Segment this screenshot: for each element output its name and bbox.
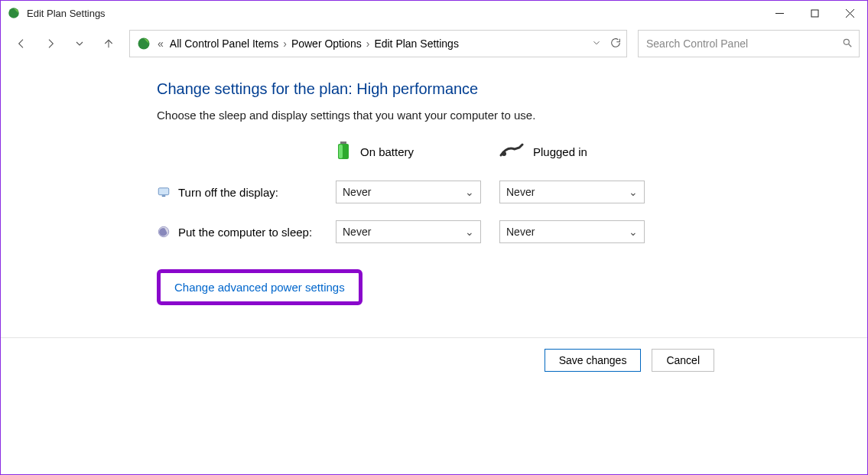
select-value: Never: [343, 186, 371, 198]
address-dropdown-button[interactable]: [591, 37, 602, 50]
app-icon: [7, 6, 21, 20]
svg-point-7: [844, 39, 849, 44]
search-box[interactable]: [638, 30, 860, 57]
cancel-button[interactable]: Cancel: [652, 349, 714, 372]
page-heading: Change settings for the plan: High perfo…: [157, 80, 867, 98]
svg-rect-13: [158, 188, 169, 195]
plug-icon: [499, 143, 524, 161]
svg-rect-14: [162, 196, 166, 197]
address-bar[interactable]: « All Control Panel Items › Power Option…: [129, 30, 627, 57]
sleep-battery-select[interactable]: Never ⌄: [336, 220, 481, 243]
button-label: Save changes: [559, 354, 627, 366]
highlighted-region: Change advanced power settings: [157, 269, 362, 305]
content-area: Change settings for the plan: High perfo…: [1, 62, 867, 337]
page-subtext: Choose the sleep and display settings th…: [157, 109, 867, 122]
advanced-settings-link[interactable]: Change advanced power settings: [174, 281, 345, 294]
save-button[interactable]: Save changes: [545, 349, 642, 372]
breadcrumb-item[interactable]: Power Options: [291, 37, 362, 50]
row-text: Turn off the display:: [178, 186, 278, 199]
svg-point-12: [502, 151, 506, 156]
button-label: Cancel: [666, 354, 700, 366]
minimize-button[interactable]: [762, 1, 797, 25]
battery-icon: [336, 140, 351, 164]
display-plugged-select[interactable]: Never ⌄: [499, 181, 645, 203]
select-value: Never: [343, 226, 371, 238]
settings-grid: On battery Plugged in Turn off the displ…: [157, 140, 867, 243]
nav-toolbar: « All Control Panel Items › Power Option…: [1, 25, 867, 62]
window-controls: [762, 1, 867, 25]
column-label: On battery: [360, 145, 414, 158]
chevron-down-icon: ⌄: [629, 186, 638, 198]
svg-point-6: [138, 38, 150, 50]
svg-rect-11: [339, 145, 343, 158]
column-label: Plugged in: [533, 145, 587, 158]
sleep-icon: [157, 225, 171, 239]
svg-line-8: [849, 44, 852, 47]
column-header-battery: On battery: [336, 140, 489, 164]
refresh-button[interactable]: [610, 37, 622, 51]
search-input[interactable]: [645, 37, 842, 50]
title-bar: Edit Plan Settings: [1, 1, 867, 25]
breadcrumb-item[interactable]: All Control Panel Items: [170, 37, 278, 50]
control-panel-icon: [136, 36, 151, 51]
svg-rect-9: [340, 142, 346, 144]
chevron-right-icon: ›: [366, 37, 370, 50]
chevron-down-icon: ⌄: [629, 226, 638, 238]
select-value: Never: [506, 186, 535, 198]
select-value: Never: [506, 226, 535, 238]
column-header-plugged: Plugged in: [499, 143, 652, 161]
recent-dropdown-button[interactable]: [67, 31, 93, 57]
display-icon: [157, 185, 171, 199]
maximize-button[interactable]: [797, 1, 832, 25]
forward-button[interactable]: [37, 31, 63, 57]
svg-point-0: [8, 8, 19, 18]
chevron-down-icon: ⌄: [465, 186, 474, 198]
breadcrumb-item[interactable]: Edit Plan Settings: [374, 37, 459, 50]
prefix-chevron-icon: «: [156, 37, 165, 50]
up-button[interactable]: [96, 31, 122, 57]
row-label-display: Turn off the display:: [157, 185, 325, 199]
back-button[interactable]: [8, 31, 34, 57]
chevron-down-icon: ⌄: [465, 226, 474, 238]
chevron-right-icon: ›: [283, 37, 287, 50]
sleep-plugged-select[interactable]: Never ⌄: [499, 220, 645, 243]
search-icon[interactable]: [842, 37, 853, 50]
footer-actions: Save changes Cancel: [1, 338, 867, 372]
svg-rect-2: [811, 10, 818, 17]
window-title: Edit Plan Settings: [27, 8, 106, 19]
close-button[interactable]: [832, 1, 867, 25]
row-text: Put the computer to sleep:: [178, 226, 312, 239]
breadcrumb: All Control Panel Items › Power Options …: [170, 37, 587, 50]
row-label-sleep: Put the computer to sleep:: [157, 225, 325, 239]
display-battery-select[interactable]: Never ⌄: [336, 181, 481, 203]
